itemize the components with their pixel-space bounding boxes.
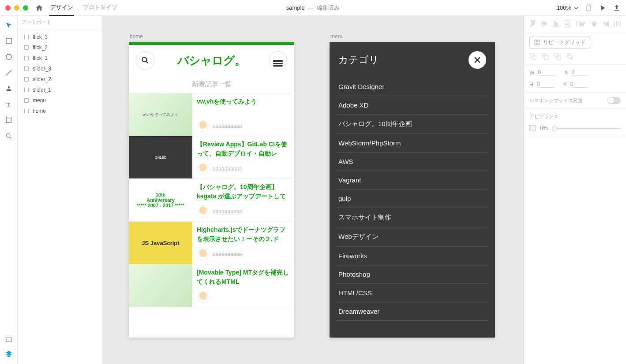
- layer-item[interactable]: slider_2: [18, 74, 102, 85]
- menu-item[interactable]: Fireworks: [337, 247, 488, 265]
- svg-rect-5: [6, 118, 11, 123]
- chevron-down-icon: [574, 6, 578, 10]
- article-row[interactable]: GitLab【Review Apps】GitLab CIを使って、自動デプロイ・…: [129, 136, 294, 179]
- device-preview-icon[interactable]: [585, 4, 592, 12]
- align-row-2: [579, 20, 621, 27]
- article-thumbnail: JS JavaScript: [129, 222, 192, 264]
- home-icon[interactable]: [35, 4, 43, 12]
- distribute-h-icon[interactable]: [614, 20, 621, 27]
- text-tool-icon[interactable]: T: [5, 100, 13, 108]
- article-row[interactable]: [Movable Type] MTタグを補完してくれるMTML: [129, 264, 294, 307]
- properties-panel: リピートグリッド W X H Y レスポンシブサイズ変更 アピアラン: [524, 16, 626, 364]
- layer-item[interactable]: slider_3: [18, 63, 102, 74]
- layer-item[interactable]: slider_1: [18, 85, 102, 95]
- boolean-subtract-icon[interactable]: [542, 53, 549, 60]
- zoom-dropdown[interactable]: 100%: [557, 4, 578, 11]
- svg-rect-15: [25, 78, 29, 82]
- hamburger-icon: [273, 60, 283, 61]
- avatar: [197, 163, 209, 175]
- menu-item[interactable]: WebStorm/PhpStorm: [337, 134, 488, 152]
- tab-prototype[interactable]: プロトタイプ: [82, 0, 118, 16]
- assets-panel-icon[interactable]: [5, 336, 13, 344]
- svg-rect-25: [535, 43, 536, 45]
- menu-item[interactable]: HTML/CSS: [337, 284, 488, 302]
- close-window-icon[interactable]: [5, 5, 11, 11]
- subheading: 新着記事一覧: [129, 76, 294, 93]
- menu-item[interactable]: Vagrant: [337, 171, 488, 189]
- svg-point-8: [6, 134, 10, 137]
- artboard-menu[interactable]: カテゴリ Gravit DesignerAdobe XDバシャログ。10周年企画…: [330, 42, 495, 338]
- select-tool-icon[interactable]: [5, 21, 13, 29]
- article-row[interactable]: 10th Anniversary ***** 2007 - 2017 *****…: [129, 179, 294, 222]
- svg-point-19: [142, 57, 146, 62]
- article-author: aaaaaaaaaa: [213, 123, 242, 129]
- distribute-v-icon[interactable]: [564, 20, 571, 27]
- artboard-label-home[interactable]: home: [129, 33, 294, 40]
- svg-rect-33: [557, 56, 559, 57]
- svg-rect-30: [544, 56, 548, 59]
- rectangle-tool-icon[interactable]: [5, 37, 13, 45]
- menu-item[interactable]: Webデザイン: [337, 227, 488, 247]
- layers-panel-icon[interactable]: [5, 350, 13, 358]
- menu-item[interactable]: バシャログ。10周年企画: [337, 115, 488, 134]
- svg-rect-0: [587, 5, 590, 11]
- article-thumbnail: GitLab: [129, 136, 192, 178]
- boolean-exclude-icon[interactable]: [566, 53, 574, 60]
- repeat-grid-icon: [534, 40, 540, 46]
- layer-item[interactable]: flick_3: [18, 32, 102, 42]
- menu-item[interactable]: gulp: [337, 189, 488, 208]
- pen-tool-icon[interactable]: [5, 85, 13, 93]
- layer-item[interactable]: home: [18, 106, 102, 116]
- y-input[interactable]: [570, 81, 588, 88]
- hamburger-button[interactable]: [269, 51, 287, 70]
- line-tool-icon[interactable]: [5, 69, 13, 77]
- align-center-icon[interactable]: [591, 20, 598, 27]
- left-toolbar: T: [0, 16, 18, 364]
- menu-item[interactable]: AWS: [337, 152, 488, 171]
- svg-rect-10: [6, 338, 11, 342]
- artboard-tool-icon[interactable]: [5, 116, 13, 124]
- article-row[interactable]: JS JavaScriptHighcharts.jsでドーナツグラフを表示させた…: [129, 222, 294, 264]
- artboard-home[interactable]: バシャログ。 新着記事一覧 w,vhを使ってみようvw,vhを使ってみようaaa…: [129, 42, 294, 338]
- tab-design[interactable]: デザイン: [49, 0, 74, 16]
- share-icon[interactable]: [613, 4, 621, 12]
- align-right-icon[interactable]: [602, 20, 609, 27]
- svg-rect-24: [538, 40, 540, 41]
- menu-item[interactable]: スマホサイト制作: [337, 208, 488, 227]
- repeat-grid-button[interactable]: リピートグリッド: [529, 37, 590, 48]
- align-top-icon[interactable]: [529, 20, 536, 27]
- opacity-slider[interactable]: [552, 128, 621, 129]
- close-button[interactable]: [469, 51, 486, 69]
- svg-rect-13: [25, 56, 29, 60]
- maximize-window-icon[interactable]: [23, 5, 28, 11]
- svg-rect-1: [6, 38, 11, 44]
- boolean-add-icon[interactable]: [529, 53, 536, 60]
- article-thumbnail: [129, 264, 192, 307]
- menu-item[interactable]: Dreamweaver: [337, 302, 488, 321]
- layer-item[interactable]: flick_1: [18, 53, 102, 63]
- layer-item[interactable]: menu: [18, 95, 102, 106]
- align-middle-icon[interactable]: [541, 20, 548, 27]
- menu-item[interactable]: Photoshop: [337, 265, 488, 284]
- play-icon[interactable]: [599, 4, 607, 12]
- search-button[interactable]: [136, 51, 154, 70]
- artboard-label-menu[interactable]: menu: [330, 33, 495, 40]
- width-input[interactable]: [538, 69, 555, 76]
- canvas[interactable]: home バシャログ。 新着記事一覧 w,vhを使ってみようvw,vhを使ってみ…: [102, 16, 524, 364]
- responsive-label: レスポンシブサイズ変更: [529, 97, 583, 104]
- minimize-window-icon[interactable]: [14, 5, 19, 11]
- align-left-icon[interactable]: [579, 20, 586, 27]
- svg-rect-14: [25, 67, 29, 71]
- align-bottom-icon[interactable]: [552, 20, 559, 27]
- boolean-intersect-icon[interactable]: [554, 53, 561, 60]
- article-title: 【Review Apps】GitLab CIを使って、自動デプロイ・自動レ: [197, 140, 290, 158]
- article-row[interactable]: w,vhを使ってみようvw,vhを使ってみようaaaaaaaaaa: [129, 93, 294, 136]
- height-input[interactable]: [537, 81, 555, 88]
- ellipse-tool-icon[interactable]: [5, 53, 13, 61]
- menu-item[interactable]: Adobe XD: [337, 96, 488, 115]
- responsive-toggle[interactable]: [607, 97, 621, 104]
- zoom-tool-icon[interactable]: [5, 132, 13, 140]
- x-input[interactable]: [571, 69, 589, 76]
- menu-item[interactable]: Gravit Designer: [337, 78, 488, 96]
- layer-item[interactable]: flick_2: [18, 42, 102, 53]
